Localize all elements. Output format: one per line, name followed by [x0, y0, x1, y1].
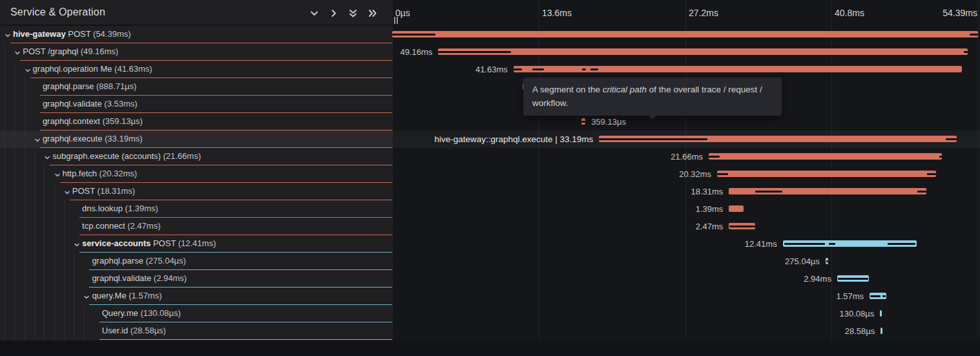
- indent-guide: [64, 200, 65, 218]
- double-chevron-down-icon[interactable]: [348, 8, 359, 19]
- critical-path-segment: [964, 51, 968, 53]
- chevron-down-icon[interactable]: [43, 152, 51, 160]
- indent-guide: [14, 288, 15, 305]
- indent-guide: [64, 218, 65, 235]
- span-bar[interactable]: [729, 205, 744, 212]
- span-label: dns.lookup (1.39ms): [82, 200, 158, 217]
- indent-guide: [5, 113, 5, 131]
- chevron-down-icon[interactable]: [4, 30, 12, 38]
- indent-guide: [34, 148, 35, 165]
- critical-path-segment: [590, 68, 598, 70]
- indent-guide: [44, 183, 45, 200]
- tooltip-text: A segment on the critical path of the ov…: [532, 85, 762, 108]
- tree-row[interactable]: User.id (28.58µs): [0, 322, 392, 340]
- chevron-right-icon[interactable]: [328, 8, 339, 19]
- span-label: tcp.connect (2.47ms): [82, 218, 160, 235]
- critical-path-segment: [438, 51, 510, 53]
- span-bar[interactable]: [783, 240, 917, 247]
- span-bar[interactable]: [581, 118, 585, 125]
- tree-row[interactable]: tcp.connect (2.47ms): [0, 218, 392, 235]
- panel-resize-grip[interactable]: [394, 17, 401, 24]
- span-bar[interactable]: [870, 293, 886, 299]
- indent-guide: [74, 270, 74, 288]
- tree-row[interactable]: hive-gateway POST (54.39ms): [0, 26, 392, 43]
- critical-path-segment: [870, 295, 881, 297]
- tree-row[interactable]: graphql.context (359.13µs): [0, 113, 392, 131]
- indent-guide: [54, 253, 55, 270]
- critical-path-segment: [826, 260, 828, 262]
- critical-path-segment: [927, 173, 936, 175]
- indent-guide: [54, 270, 55, 288]
- indent-guide: [5, 235, 5, 253]
- timeline-row: 41.63ms: [392, 61, 980, 78]
- tree-row[interactable]: query.Me (1.57ms): [0, 288, 392, 305]
- tree-row[interactable]: dns.lookup (1.39ms): [0, 200, 392, 218]
- chevron-down-icon[interactable]: [24, 65, 32, 73]
- span-bar[interactable]: [438, 48, 968, 55]
- span-bar[interactable]: [514, 66, 962, 72]
- tree-row[interactable]: graphql.validate (2.94ms): [0, 270, 392, 288]
- chevron-down-icon[interactable]: [63, 187, 71, 195]
- indent-guide: [25, 218, 25, 235]
- chevron-down-icon[interactable]: [54, 170, 61, 178]
- tree-row[interactable]: POST /graphql (49.16ms): [0, 43, 392, 61]
- span-bar[interactable]: [826, 258, 829, 264]
- tree-row[interactable]: POST (18.31ms): [0, 183, 392, 200]
- row-border: [99, 339, 392, 340]
- indent-guide: [14, 78, 15, 96]
- axis-tick-label: 54.39ms: [943, 0, 977, 26]
- tree-row[interactable]: graphql.parse (275.04µs): [0, 253, 392, 270]
- timeline-row: 28.58µs: [392, 322, 980, 340]
- span-bar[interactable]: [709, 153, 942, 160]
- indent-guide: [5, 148, 5, 165]
- critical-path-tooltip: A segment on the critical path of the ov…: [523, 78, 782, 116]
- tree-row[interactable]: graphql.parse (888.71µs): [0, 78, 392, 96]
- critical-path-segment: [709, 156, 720, 158]
- tree-row[interactable]: graphql.operation Me (41.63ms): [0, 61, 392, 78]
- span-bar[interactable]: [729, 188, 926, 194]
- chevron-down-icon[interactable]: [309, 8, 320, 19]
- timeline-row: 2.47ms: [392, 218, 980, 235]
- indent-guide: [25, 200, 25, 218]
- tree-row[interactable]: service-accounts POST (12.41ms): [0, 235, 392, 253]
- indent-guide: [5, 322, 5, 340]
- span-bar[interactable]: [392, 31, 978, 37]
- indent-guide: [14, 165, 15, 183]
- indent-guide: [25, 235, 25, 253]
- span-bar[interactable]: [881, 328, 882, 334]
- indent-guide: [14, 218, 15, 235]
- span-bar[interactable]: [880, 310, 882, 317]
- chevron-down-icon[interactable]: [73, 240, 81, 247]
- indent-guide: [5, 288, 5, 305]
- tree-row[interactable]: graphql.execute (33.19ms): [0, 131, 392, 148]
- critical-path-segment: [838, 278, 868, 280]
- critical-path-segment: [599, 138, 707, 140]
- timeline-row: 12.41ms: [392, 235, 980, 253]
- tree-row[interactable]: http.fetch (20.32ms): [0, 165, 392, 183]
- indent-guide: [14, 200, 15, 218]
- chevron-down-icon[interactable]: [14, 48, 21, 56]
- timeline-row: 1.39ms: [392, 200, 980, 218]
- indent-guide: [34, 218, 35, 235]
- span-label: hive-gateway POST (54.39ms): [13, 26, 131, 43]
- chevron-down-icon[interactable]: [83, 292, 90, 300]
- critical-path-segment: [717, 173, 728, 175]
- span-bar[interactable]: [837, 275, 869, 282]
- duration-label: 359.13µs: [591, 113, 626, 131]
- span-bar[interactable]: [599, 136, 957, 142]
- tree-row[interactable]: graphql.validate (3.53ms): [0, 96, 392, 113]
- span-bar[interactable]: [729, 223, 755, 229]
- double-chevron-right-icon[interactable]: [367, 8, 378, 19]
- indent-guide: [44, 235, 45, 253]
- span-bar[interactable]: [717, 171, 936, 177]
- tree-row[interactable]: Query.me (130.08µs): [0, 305, 392, 322]
- critical-path-segment: [784, 243, 825, 245]
- timeline-panel: 0µs13.6ms27.2ms40.8ms54.39ms 49.16ms41.6…: [392, 0, 980, 340]
- indent-guide: [83, 322, 84, 340]
- indent-guide: [25, 165, 25, 183]
- span-label: graphql.parse (275.04µs): [92, 253, 186, 269]
- tree-row[interactable]: subgraph.execute (accounts) (21.66ms): [0, 148, 392, 165]
- critical-path-segment: [939, 156, 942, 158]
- indent-guide: [5, 270, 5, 288]
- chevron-down-icon[interactable]: [34, 135, 41, 143]
